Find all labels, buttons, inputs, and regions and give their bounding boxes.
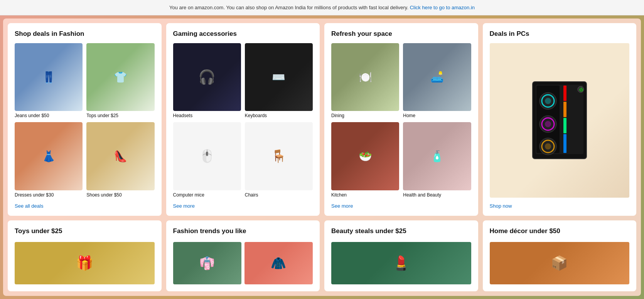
keyboard-label: Keyboards [245,113,313,118]
gaming-items: 🎧 Headsets ⌨️ Keyboards 🖱️ Computer mice [173,43,313,198]
dining-label: Dining [331,113,399,118]
jeans-label: Jeans under $50 [15,113,83,118]
fashion-trends-items: 👘 🧥 [173,242,313,284]
space-item-beauty[interactable]: 🧴 Health and Beauty [403,122,471,197]
fashion-item-jeans[interactable]: 👖 Jeans under $50 [15,43,83,118]
mouse-label: Computer mice [173,192,241,198]
svg-rect-14 [563,102,566,117]
health-beauty-label: Health and Beauty [403,192,471,198]
fashion-trend-item-2[interactable]: 🧥 [244,242,313,284]
shoes-image: 👠 [86,122,154,190]
dining-image: 🍽️ [331,43,399,111]
jeans-image: 👖 [15,43,83,111]
homedecor-image[interactable]: 📦 [490,242,630,284]
pcs-card: Deals in PCs [483,23,637,216]
tops-image: 👕 [86,43,154,111]
dresses-image: 👗 [15,122,83,190]
space-title: Refresh your space [331,30,471,38]
chair-image: 🪑 [245,122,313,190]
svg-rect-15 [563,118,566,133]
fashion-item-dresses[interactable]: 👗 Dresses under $30 [15,122,83,197]
space-item-kitchen[interactable]: 🥗 Kitchen [331,122,399,197]
gaming-item-headsets[interactable]: 🎧 Headsets [173,43,241,118]
shoes-label: Shoes under $50 [86,192,154,198]
gaming-card: Gaming accessories 🎧 Headsets ⌨️ Keyboar… [166,23,320,216]
svg-rect-16 [563,134,566,153]
toys-card: Toys under $25 🎁 [8,220,162,291]
health-beauty-image: 🧴 [403,122,471,190]
svg-point-5 [545,98,551,104]
beauty-image[interactable]: 💄 [331,242,471,284]
headset-label: Headsets [173,113,241,118]
gaming-item-keyboards[interactable]: ⌨️ Keyboards [245,43,313,118]
fashion-items: 👖 Jeans under $50 👕 Tops under $25 👗 Dre… [15,43,155,198]
svg-point-8 [545,121,551,127]
dresses-label: Dresses under $30 [15,192,83,198]
svg-rect-13 [563,86,566,101]
mouse-image: 🖱️ [173,122,241,190]
homedecor-card: Home décor under $50 📦 [483,220,637,291]
toys-image[interactable]: 🎁 [15,242,155,284]
banner-text: You are on amazon.com. You can also shop… [169,5,408,10]
fashion-item-shoes[interactable]: 👠 Shoes under $50 [86,122,154,197]
space-card: Refresh your space 🍽️ Dining 🛋️ Home [324,23,478,216]
kitchen-image: 🥗 [331,122,399,190]
pc-image[interactable]: ⏻ [490,43,630,198]
space-item-home[interactable]: 🛋️ Home [403,43,471,118]
toys-title: Toys under $25 [15,227,155,235]
banner-link[interactable]: Click here to go to amazon.in [410,5,475,10]
fashion-trends-card: Fashion trends you like 👘 🧥 [166,220,320,291]
fashion-trends-title: Fashion trends you like [173,227,313,235]
fashion-title: Shop deals in Fashion [15,30,155,38]
home-label: Home [403,113,471,118]
homedecor-title: Home décor under $50 [490,227,630,235]
pcs-title: Deals in PCs [490,30,630,38]
top-banner: You are on amazon.com. You can also shop… [0,0,644,15]
fashion-item-tops[interactable]: 👕 Tops under $25 [86,43,154,118]
space-item-dining[interactable]: 🍽️ Dining [331,43,399,118]
keyboard-image: ⌨️ [245,43,313,111]
gaming-title: Gaming accessories [173,30,313,38]
svg-point-11 [545,143,551,150]
space-see-more-link[interactable]: See more [331,203,471,209]
fashion-card: Shop deals in Fashion 👖 Jeans under $50 … [8,23,162,216]
home-image: 🛋️ [403,43,471,111]
gaming-see-more-link[interactable]: See more [173,203,313,209]
pcs-shop-now-link[interactable]: Shop now [490,203,630,209]
gaming-item-chairs[interactable]: 🪑 Chairs [245,122,313,197]
chair-label: Chairs [245,192,313,198]
beauty-title: Beauty steals under $25 [331,227,471,235]
headset-image: 🎧 [173,43,241,111]
svg-text:⏻: ⏻ [579,87,583,92]
tops-label: Tops under $25 [86,113,154,118]
fashion-trend-item-1[interactable]: 👘 [173,242,241,284]
beauty-card: Beauty steals under $25 💄 [324,220,478,291]
space-items: 🍽️ Dining 🛋️ Home 🥗 Kitchen [331,43,471,198]
gaming-item-mice[interactable]: 🖱️ Computer mice [173,122,241,197]
fashion-see-all-link[interactable]: See all deals [15,203,155,209]
kitchen-label: Kitchen [331,192,399,198]
